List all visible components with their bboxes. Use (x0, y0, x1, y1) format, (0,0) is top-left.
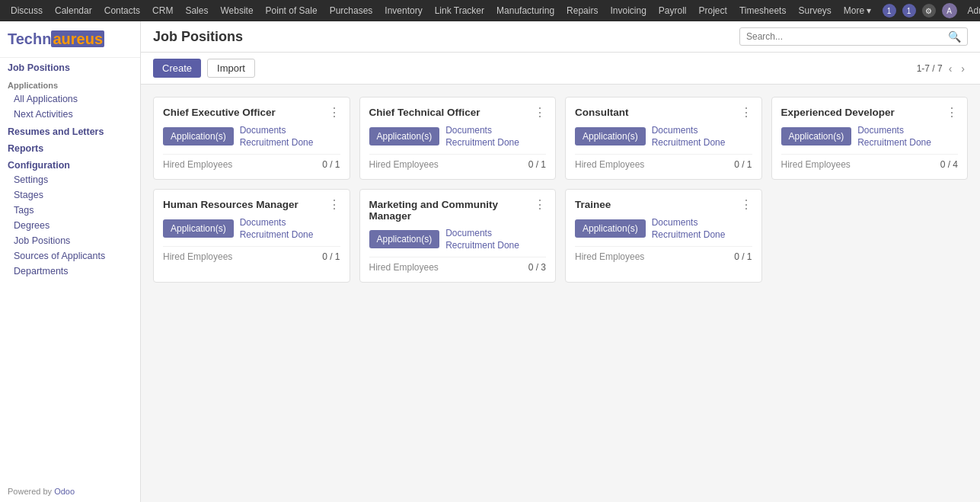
message-icon[interactable]: 1 (902, 4, 916, 18)
import-button[interactable]: Import (207, 59, 255, 78)
card-menu-icon[interactable]: ⋮ (328, 107, 340, 119)
logo-text: Technaureus (8, 30, 104, 47)
nav-project[interactable]: Project (694, 5, 732, 16)
card-title: Marketing and Community Manager (369, 199, 535, 222)
hired-count: 0 / 3 (528, 262, 546, 273)
sidebar-item-resumes[interactable]: Resumes and Letters (0, 122, 140, 139)
sidebar-item-job-positions-sub[interactable]: Job Positions (0, 233, 140, 248)
card-footer: Hired Employees 0 / 1 (575, 246, 752, 262)
documents-link[interactable]: Documents (445, 125, 519, 136)
applications-button[interactable]: Application(s) (163, 219, 234, 238)
job-card-0: Chief Executive Officer ⋮ Application(s)… (153, 97, 350, 180)
recruitment-done-link[interactable]: Recruitment Done (652, 137, 726, 148)
card-links: Documents Recruitment Done (240, 125, 314, 148)
pagination-prev[interactable]: ‹ (946, 62, 956, 75)
documents-link[interactable]: Documents (445, 228, 519, 238)
card-header: Chief Executive Officer ⋮ (163, 107, 340, 119)
sidebar-item-stages[interactable]: Stages (0, 187, 140, 203)
card-actions: Application(s) Documents Recruitment Don… (369, 125, 547, 148)
card-footer: Hired Employees 0 / 1 (369, 154, 547, 170)
pagination-next[interactable]: › (958, 62, 968, 75)
sidebar-item-job-positions[interactable]: Job Positions (0, 58, 140, 75)
sidebar-section-applications: Applications (0, 75, 140, 91)
documents-link[interactable]: Documents (240, 217, 314, 228)
nav-inventory[interactable]: Inventory (380, 5, 426, 16)
hired-label: Hired Employees (369, 262, 439, 273)
sidebar-item-departments[interactable]: Departments (0, 264, 140, 279)
nav-surveys[interactable]: Surveys (793, 5, 835, 16)
documents-link[interactable]: Documents (652, 125, 726, 136)
logo[interactable]: Technaureus (0, 21, 140, 58)
nav-contacts[interactable]: Contacts (100, 5, 145, 16)
settings-icon[interactable]: ⚙ (922, 4, 936, 18)
card-title: Trainee (575, 199, 740, 210)
nav-discuss[interactable]: Discuss (6, 5, 47, 16)
nav-purchases[interactable]: Purchases (325, 5, 378, 16)
card-menu-icon[interactable]: ⋮ (946, 107, 958, 119)
recruitment-done-link[interactable]: Recruitment Done (857, 137, 931, 148)
sidebar-item-sources-of-applicants[interactable]: Sources of Applicants (0, 248, 140, 264)
card-menu-icon[interactable]: ⋮ (740, 107, 752, 119)
recruitment-done-link[interactable]: Recruitment Done (240, 229, 314, 240)
card-header: Human Resources Manager ⋮ (163, 199, 340, 211)
card-menu-icon[interactable]: ⋮ (534, 107, 546, 119)
applications-button[interactable]: Application(s) (369, 127, 440, 145)
search-icon[interactable]: 🔍 (948, 30, 961, 43)
card-actions: Application(s) Documents Recruitment Don… (781, 125, 959, 148)
card-links: Documents Recruitment Done (652, 125, 726, 148)
nav-timesheets[interactable]: Timesheets (735, 5, 791, 16)
nav-sales[interactable]: Sales (180, 5, 212, 16)
sidebar-item-all-applications[interactable]: All Applications (0, 91, 140, 107)
content-area: Job Positions 🔍 Create Import 1-7 / 7 ‹ … (141, 21, 980, 502)
notification-icon[interactable]: 1 (883, 4, 896, 18)
user-avatar[interactable]: A (942, 3, 957, 18)
nav-manufacturing[interactable]: Manufacturing (492, 5, 559, 16)
nav-website[interactable]: Website (215, 5, 257, 16)
search-input[interactable] (746, 31, 948, 42)
sidebar-item-reports[interactable]: Reports (0, 139, 140, 155)
sidebar-item-tags[interactable]: Tags (0, 203, 140, 218)
applications-button[interactable]: Application(s) (163, 127, 234, 145)
job-card-4: Human Resources Manager ⋮ Application(s)… (153, 189, 350, 283)
documents-link[interactable]: Documents (857, 125, 931, 136)
job-card-5: Marketing and Community Manager ⋮ Applic… (359, 189, 557, 283)
sidebar-item-configuration[interactable]: Configuration (0, 155, 140, 172)
user-label[interactable]: Administrator (test) (963, 5, 981, 16)
recruitment-done-link[interactable]: Recruitment Done (445, 240, 519, 251)
job-card-2: Consultant ⋮ Application(s) Documents Re… (565, 97, 762, 180)
sidebar-item-next-activities[interactable]: Next Activities (0, 107, 140, 122)
card-menu-icon[interactable]: ⋮ (328, 199, 340, 211)
card-title: Chief Technical Officer (369, 107, 535, 118)
hired-label: Hired Employees (163, 159, 232, 170)
card-actions: Application(s) Documents Recruitment Don… (163, 125, 340, 148)
nav-payroll[interactable]: Payroll (654, 5, 691, 16)
applications-button[interactable]: Application(s) (781, 127, 852, 145)
applications-button[interactable]: Application(s) (575, 219, 646, 238)
recruitment-done-link[interactable]: Recruitment Done (652, 229, 726, 240)
nav-point-of-sale[interactable]: Point of Sale (261, 5, 322, 16)
card-footer: Hired Employees 0 / 1 (163, 154, 340, 170)
top-nav-right: 1 1 ⚙ A Administrator (test) (883, 3, 981, 18)
odoo-link[interactable]: Odoo (54, 487, 75, 496)
card-header: Consultant ⋮ (575, 107, 752, 119)
applications-button[interactable]: Application(s) (369, 230, 440, 248)
card-menu-icon[interactable]: ⋮ (534, 199, 546, 211)
nav-repairs[interactable]: Repairs (562, 5, 602, 16)
nav-crm[interactable]: CRM (148, 5, 177, 16)
sidebar-item-degrees[interactable]: Degrees (0, 218, 140, 233)
create-button[interactable]: Create (153, 59, 201, 78)
nav-invoicing[interactable]: Invoicing (605, 5, 650, 16)
nav-more[interactable]: More ▾ (839, 5, 876, 16)
nav-calendar[interactable]: Calendar (50, 5, 97, 16)
search-bar: 🔍 (739, 27, 968, 46)
documents-link[interactable]: Documents (240, 125, 314, 136)
recruitment-done-link[interactable]: Recruitment Done (240, 137, 314, 148)
card-menu-icon[interactable]: ⋮ (740, 199, 752, 211)
documents-link[interactable]: Documents (652, 217, 726, 228)
sidebar-item-settings[interactable]: Settings (0, 172, 140, 187)
card-actions: Application(s) Documents Recruitment Don… (575, 125, 752, 148)
nav-link-tracker[interactable]: Link Tracker (430, 5, 489, 16)
applications-button[interactable]: Application(s) (575, 127, 646, 145)
hired-label: Hired Employees (575, 251, 644, 262)
recruitment-done-link[interactable]: Recruitment Done (445, 137, 519, 148)
